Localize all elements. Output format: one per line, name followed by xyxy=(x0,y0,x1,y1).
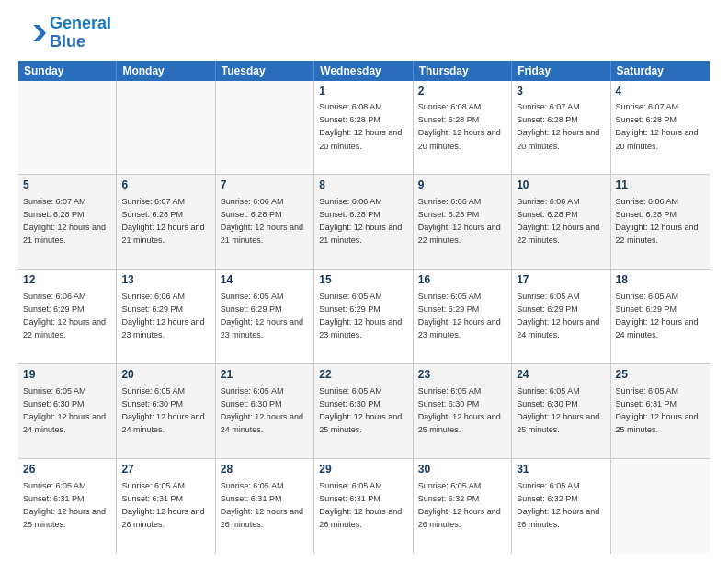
calendar-cell: 14 Sunrise: 6:05 AMSunset: 6:29 PMDaylig… xyxy=(216,270,314,363)
calendar-cell: 26 Sunrise: 6:05 AMSunset: 6:31 PMDaylig… xyxy=(18,459,117,554)
day-number: 21 xyxy=(221,367,309,383)
cell-info: Sunrise: 6:05 AMSunset: 6:32 PMDaylight:… xyxy=(517,481,599,529)
calendar-header: SundayMondayTuesdayWednesdayThursdayFrid… xyxy=(18,61,710,81)
cell-info: Sunrise: 6:06 AMSunset: 6:28 PMDaylight:… xyxy=(616,197,699,245)
calendar-cell xyxy=(18,81,117,175)
day-number: 24 xyxy=(517,367,605,383)
day-number: 20 xyxy=(121,367,210,383)
calendar-cell: 20 Sunrise: 6:05 AMSunset: 6:30 PMDaylig… xyxy=(117,364,215,458)
day-number: 23 xyxy=(418,367,506,383)
calendar-cell: 24 Sunrise: 6:05 AMSunset: 6:30 PMDaylig… xyxy=(512,364,610,458)
calendar-cell: 3 Sunrise: 6:07 AMSunset: 6:28 PMDayligh… xyxy=(512,81,610,175)
day-number: 3 xyxy=(517,84,605,99)
calendar-cell: 1 Sunrise: 6:08 AMSunset: 6:28 PMDayligh… xyxy=(314,81,413,175)
calendar-cell: 27 Sunrise: 6:05 AMSunset: 6:31 PMDaylig… xyxy=(117,459,215,554)
cell-info: Sunrise: 6:05 AMSunset: 6:31 PMDaylight:… xyxy=(23,481,106,529)
day-number: 8 xyxy=(319,178,407,193)
calendar-cell: 15 Sunrise: 6:05 AMSunset: 6:29 PMDaylig… xyxy=(314,270,413,363)
day-number: 16 xyxy=(418,272,506,288)
calendar-cell: 4 Sunrise: 6:07 AMSunset: 6:28 PMDayligh… xyxy=(611,81,710,175)
logo: General Blue xyxy=(18,15,111,52)
calendar-cell: 29 Sunrise: 6:05 AMSunset: 6:31 PMDaylig… xyxy=(314,459,413,554)
calendar-row: 26 Sunrise: 6:05 AMSunset: 6:31 PMDaylig… xyxy=(18,459,710,554)
weekday-header: Monday xyxy=(117,61,215,81)
day-number: 14 xyxy=(221,272,309,288)
calendar-cell: 6 Sunrise: 6:07 AMSunset: 6:28 PMDayligh… xyxy=(117,175,215,269)
cell-info: Sunrise: 6:06 AMSunset: 6:28 PMDaylight:… xyxy=(221,197,303,245)
cell-info: Sunrise: 6:06 AMSunset: 6:29 PMDaylight:… xyxy=(121,292,204,339)
calendar-cell: 23 Sunrise: 6:05 AMSunset: 6:30 PMDaylig… xyxy=(414,364,512,458)
day-number: 15 xyxy=(319,272,407,288)
calendar-cell: 9 Sunrise: 6:06 AMSunset: 6:28 PMDayligh… xyxy=(414,175,512,269)
weekday-header: Saturday xyxy=(611,61,710,81)
calendar-cell xyxy=(216,81,314,175)
calendar-cell: 7 Sunrise: 6:06 AMSunset: 6:28 PMDayligh… xyxy=(216,175,314,269)
day-number: 2 xyxy=(418,84,506,99)
calendar-row: 5 Sunrise: 6:07 AMSunset: 6:28 PMDayligh… xyxy=(18,175,710,270)
calendar-cell: 21 Sunrise: 6:05 AMSunset: 6:30 PMDaylig… xyxy=(216,364,314,458)
day-number: 31 xyxy=(517,462,605,477)
day-number: 5 xyxy=(23,178,111,193)
cell-info: Sunrise: 6:08 AMSunset: 6:28 PMDaylight:… xyxy=(418,102,501,150)
cell-info: Sunrise: 6:05 AMSunset: 6:30 PMDaylight:… xyxy=(23,386,106,434)
cell-info: Sunrise: 6:05 AMSunset: 6:31 PMDaylight:… xyxy=(121,481,204,529)
day-number: 4 xyxy=(616,84,705,99)
calendar-cell: 31 Sunrise: 6:05 AMSunset: 6:32 PMDaylig… xyxy=(512,459,610,554)
calendar-cell: 16 Sunrise: 6:05 AMSunset: 6:29 PMDaylig… xyxy=(414,270,512,363)
calendar-cell: 13 Sunrise: 6:06 AMSunset: 6:29 PMDaylig… xyxy=(117,270,215,363)
header: General Blue xyxy=(18,15,710,52)
calendar-cell xyxy=(611,459,710,554)
weekday-header: Sunday xyxy=(18,61,117,81)
cell-info: Sunrise: 6:05 AMSunset: 6:31 PMDaylight:… xyxy=(319,481,402,529)
cell-info: Sunrise: 6:06 AMSunset: 6:28 PMDaylight:… xyxy=(319,197,402,245)
cell-info: Sunrise: 6:05 AMSunset: 6:29 PMDaylight:… xyxy=(616,292,699,339)
weekday-header: Friday xyxy=(512,61,610,81)
page: General Blue SundayMondayTuesdayWednesda… xyxy=(0,0,728,563)
cell-info: Sunrise: 6:05 AMSunset: 6:32 PMDaylight:… xyxy=(418,481,501,529)
cell-info: Sunrise: 6:07 AMSunset: 6:28 PMDaylight:… xyxy=(616,102,699,150)
cell-info: Sunrise: 6:05 AMSunset: 6:30 PMDaylight:… xyxy=(517,386,599,434)
calendar-cell: 11 Sunrise: 6:06 AMSunset: 6:28 PMDaylig… xyxy=(611,175,710,269)
day-number: 17 xyxy=(517,272,605,288)
weekday-header: Wednesday xyxy=(314,61,413,81)
calendar: SundayMondayTuesdayWednesdayThursdayFrid… xyxy=(18,61,710,554)
calendar-cell: 8 Sunrise: 6:06 AMSunset: 6:28 PMDayligh… xyxy=(314,175,413,269)
day-number: 30 xyxy=(418,462,506,477)
calendar-cell: 25 Sunrise: 6:05 AMSunset: 6:31 PMDaylig… xyxy=(611,364,710,458)
svg-marker-0 xyxy=(34,25,47,41)
day-number: 13 xyxy=(121,272,210,288)
cell-info: Sunrise: 6:07 AMSunset: 6:28 PMDaylight:… xyxy=(121,197,204,245)
cell-info: Sunrise: 6:05 AMSunset: 6:31 PMDaylight:… xyxy=(616,386,699,434)
day-number: 19 xyxy=(23,367,111,383)
calendar-cell: 2 Sunrise: 6:08 AMSunset: 6:28 PMDayligh… xyxy=(414,81,512,175)
weekday-header: Thursday xyxy=(414,61,512,81)
day-number: 1 xyxy=(319,84,407,99)
day-number: 22 xyxy=(319,367,407,383)
calendar-cell: 17 Sunrise: 6:05 AMSunset: 6:29 PMDaylig… xyxy=(512,270,610,363)
day-number: 25 xyxy=(616,367,705,383)
cell-info: Sunrise: 6:05 AMSunset: 6:30 PMDaylight:… xyxy=(221,386,303,434)
cell-info: Sunrise: 6:05 AMSunset: 6:29 PMDaylight:… xyxy=(221,292,303,339)
day-number: 12 xyxy=(23,272,111,288)
day-number: 26 xyxy=(23,462,111,477)
day-number: 7 xyxy=(221,178,309,193)
day-number: 6 xyxy=(121,178,210,193)
day-number: 9 xyxy=(418,178,506,193)
calendar-cell: 18 Sunrise: 6:05 AMSunset: 6:29 PMDaylig… xyxy=(611,270,710,363)
cell-info: Sunrise: 6:06 AMSunset: 6:28 PMDaylight:… xyxy=(418,197,501,245)
calendar-cell: 12 Sunrise: 6:06 AMSunset: 6:29 PMDaylig… xyxy=(18,270,117,363)
day-number: 10 xyxy=(517,178,605,193)
day-number: 27 xyxy=(121,462,210,477)
day-number: 29 xyxy=(319,462,407,477)
cell-info: Sunrise: 6:07 AMSunset: 6:28 PMDaylight:… xyxy=(517,102,599,150)
cell-info: Sunrise: 6:05 AMSunset: 6:30 PMDaylight:… xyxy=(319,386,402,434)
cell-info: Sunrise: 6:05 AMSunset: 6:30 PMDaylight:… xyxy=(418,386,501,434)
cell-info: Sunrise: 6:06 AMSunset: 6:29 PMDaylight:… xyxy=(23,292,106,339)
calendar-cell: 5 Sunrise: 6:07 AMSunset: 6:28 PMDayligh… xyxy=(18,175,117,269)
calendar-body: 1 Sunrise: 6:08 AMSunset: 6:28 PMDayligh… xyxy=(18,81,710,554)
calendar-row: 1 Sunrise: 6:08 AMSunset: 6:28 PMDayligh… xyxy=(18,81,710,176)
calendar-cell: 30 Sunrise: 6:05 AMSunset: 6:32 PMDaylig… xyxy=(414,459,512,554)
day-number: 28 xyxy=(221,462,309,477)
calendar-cell xyxy=(117,81,215,175)
cell-info: Sunrise: 6:06 AMSunset: 6:28 PMDaylight:… xyxy=(517,197,599,245)
